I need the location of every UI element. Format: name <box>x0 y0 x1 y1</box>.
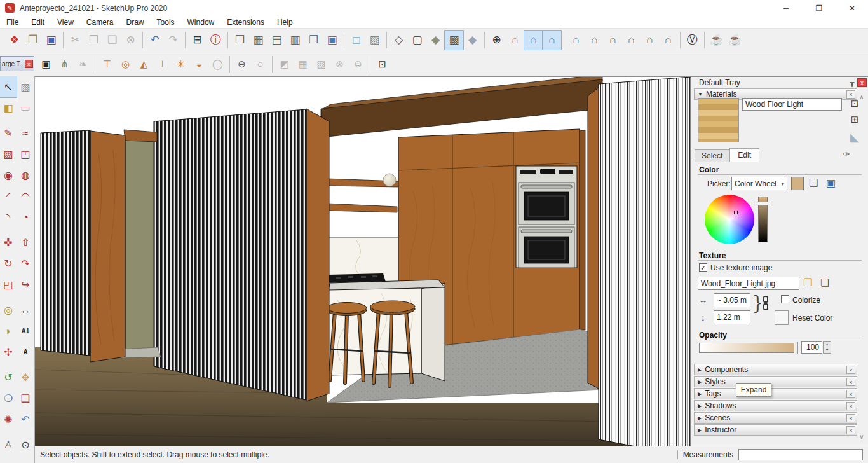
solid-subtract-button[interactable]: ▥ <box>286 31 304 50</box>
tray-section-close-button[interactable]: × <box>846 426 855 434</box>
secondary-pane-icon[interactable]: ⊡ <box>847 98 862 112</box>
new-file-button[interactable]: ❖ <box>5 31 24 50</box>
expand-arrow-icon[interactable]: ▶ <box>695 415 705 421</box>
view-right-button[interactable]: ⌂ <box>622 31 641 50</box>
view-front-button[interactable]: ⌂ <box>604 31 622 50</box>
door-opening[interactable] <box>125 135 154 353</box>
viewport-canvas[interactable] <box>35 77 691 446</box>
texture-width-input[interactable] <box>714 293 750 307</box>
pin-icon[interactable]: ┳ <box>847 79 857 87</box>
menu-window[interactable]: Window <box>181 18 221 27</box>
texture-filename-input[interactable] <box>698 277 799 290</box>
vray-infinite-plane-button[interactable]: ⊖ <box>233 55 251 74</box>
texture-height-input[interactable] <box>714 310 750 324</box>
orbit-tool[interactable]: ↺ <box>0 367 17 388</box>
display-section-cuts-button[interactable]: ⌂ <box>524 31 543 50</box>
rectangle-tool[interactable]: ▨ <box>0 144 17 165</box>
picker-dropdown[interactable]: Color Wheel ▾ <box>731 177 787 190</box>
rotated-rectangle-tool[interactable]: ◳ <box>17 144 34 165</box>
menu-tools[interactable]: Tools <box>151 18 181 27</box>
in-model-triangle-icon[interactable]: ◣ <box>847 130 862 144</box>
current-color-swatch[interactable] <box>791 177 804 190</box>
view-iso-button[interactable]: ⌂ <box>567 31 585 50</box>
dimension-tool[interactable]: ↔ <box>17 300 34 321</box>
display-section-fill-button[interactable]: ⌂ <box>543 31 561 50</box>
shaded-button[interactable]: ◆ <box>426 31 445 50</box>
model-info-button[interactable]: ⓘ <box>207 31 225 50</box>
print-button[interactable]: ⊟ <box>188 31 207 50</box>
close-button[interactable]: ✕ <box>845 4 859 13</box>
follow-me-tool[interactable]: ↷ <box>17 253 34 274</box>
zoom-tool[interactable]: ❍ <box>0 388 17 409</box>
solid-split-button[interactable]: ▣ <box>323 31 341 50</box>
color-wheel[interactable] <box>705 195 754 244</box>
undo-button[interactable]: ↶ <box>146 31 164 50</box>
3d-text-tool[interactable]: A <box>17 342 34 363</box>
use-texture-checkbox[interactable]: ✓ <box>699 263 707 272</box>
aspect-lock-chain-icon[interactable] <box>763 296 769 312</box>
vray-logo-button[interactable]: Ⓥ <box>683 31 702 50</box>
left-slat-wall[interactable] <box>41 130 90 356</box>
uvw-triplanar-button[interactable]: ▧ <box>312 55 330 74</box>
leaf-button[interactable]: ❧ <box>74 55 92 74</box>
three-point-arc-tool[interactable]: ◝ <box>0 207 17 228</box>
expand-arrow-icon[interactable]: ▶ <box>695 391 705 397</box>
freehand-tool[interactable]: ≈ <box>17 123 34 144</box>
section-plane-button[interactable]: ⊕ <box>487 31 506 50</box>
reset-color-label[interactable]: Reset Color <box>792 314 832 322</box>
vray-interact-button[interactable]: ⊡ <box>373 55 391 74</box>
tray-header[interactable]: Default Tray ┳ x <box>691 77 868 88</box>
previous-view-tool[interactable]: ↶ <box>17 409 34 430</box>
vray-clipper-button[interactable]: ◩ <box>275 55 294 74</box>
xray-mode-button[interactable]: ◻ <box>347 31 365 50</box>
vray-render-cloud-button[interactable]: ☕ <box>726 31 744 50</box>
hidden-line-button[interactable]: ▢ <box>408 31 426 50</box>
collapse-arrow-icon[interactable]: ▼ <box>695 92 706 97</box>
eraser-tool[interactable]: ▭ <box>17 97 34 118</box>
vray-rectangle-light-button[interactable]: ⊤ <box>98 55 116 74</box>
model-viewport[interactable] <box>35 76 691 446</box>
large-tool-set-titlebar[interactable]: arge T... × <box>0 56 34 71</box>
scale-tool[interactable]: ◰ <box>0 274 17 295</box>
uvw-checker-a-button[interactable]: ⊛ <box>330 55 349 74</box>
tab-edit[interactable]: Edit <box>729 148 759 162</box>
browse-texture-icon[interactable]: ❐ <box>803 277 812 289</box>
materials-close-button[interactable]: × <box>846 90 855 99</box>
tape-measure-tool[interactable]: ◎ <box>0 300 17 321</box>
solid-trim-button[interactable]: ❒ <box>304 31 323 50</box>
vray-proxy-button[interactable]: ◌ <box>251 55 269 74</box>
menu-extensions[interactable]: Extensions <box>220 18 271 27</box>
eyedropper-icon[interactable]: ✑ <box>843 149 850 159</box>
double-wall-oven[interactable] <box>516 166 577 268</box>
center-wall-side-panel[interactable] <box>306 109 329 401</box>
vray-mesh-light-button[interactable]: ◯ <box>208 55 227 74</box>
vray-dome-light-button[interactable]: ◒ <box>190 55 208 74</box>
expand-arrow-icon[interactable]: ▶ <box>695 367 705 373</box>
large-tool-set-close-button[interactable]: × <box>25 60 33 68</box>
move-tool[interactable]: ✜ <box>0 232 17 253</box>
vray-spot-light-button[interactable]: ◭ <box>135 55 153 74</box>
fur-button[interactable]: ⋔ <box>55 55 74 74</box>
sphere-lamp[interactable] <box>383 174 396 186</box>
polygon-tool[interactable]: ◍ <box>17 165 34 186</box>
menu-draw[interactable]: Draw <box>120 18 151 27</box>
open-file-button[interactable]: ❐ <box>24 31 42 50</box>
tray-section-styles[interactable]: ▶Styles× <box>694 376 857 387</box>
cut-button[interactable]: ✂ <box>66 31 85 50</box>
restore-button[interactable]: ❐ <box>812 4 826 13</box>
solid-outer-shell-button[interactable]: ❒ <box>231 31 249 50</box>
opacity-value-input[interactable] <box>801 341 822 354</box>
two-point-arc-tool[interactable]: ◠ <box>17 186 34 207</box>
shaded-textures-button[interactable]: ▩ <box>445 31 463 50</box>
display-section-planes-button[interactable]: ⌂ <box>506 31 524 50</box>
solid-intersect-button[interactable]: ▦ <box>249 31 268 50</box>
wireframe-button[interactable]: ◇ <box>390 31 408 50</box>
look-around-tool[interactable]: ⊙ <box>17 434 34 455</box>
delete-button[interactable]: ⊗ <box>121 31 140 50</box>
tray-section-tags[interactable]: ▶Tags× <box>694 388 857 399</box>
tray-section-shadows[interactable]: ▶Shadows× <box>694 400 857 411</box>
zoom-window-tool[interactable]: ❑ <box>17 388 34 409</box>
save-button[interactable]: ▣ <box>42 31 60 50</box>
tray-section-close-button[interactable]: × <box>846 402 855 410</box>
view-back-button[interactable]: ⌂ <box>641 31 659 50</box>
